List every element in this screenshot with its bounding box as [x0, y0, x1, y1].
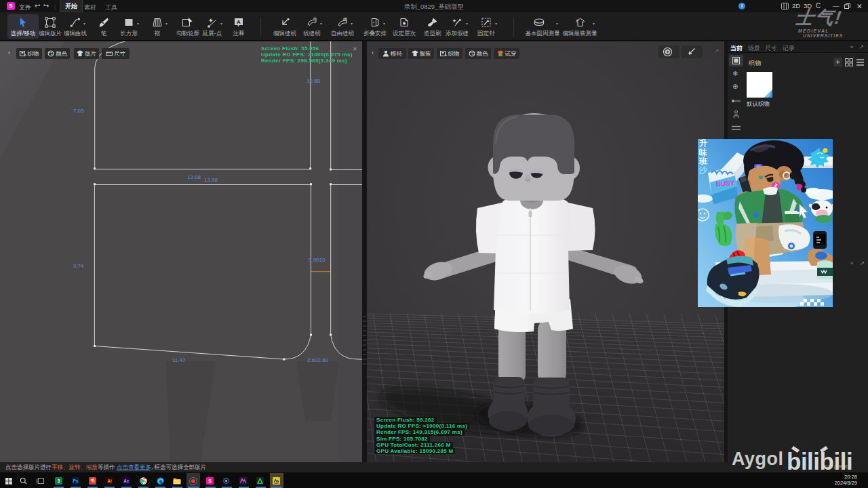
svg-text:BUSY: BUSY	[715, 179, 735, 188]
svg-text:班: 班	[698, 157, 708, 166]
svg-text:升: 升	[698, 139, 707, 148]
svg-text:A: A	[237, 19, 241, 25]
svg-text:bilibili: bilibili	[787, 448, 852, 472]
svg-text:味: 味	[699, 148, 707, 157]
svg-text:沙: 沙	[698, 165, 708, 175]
